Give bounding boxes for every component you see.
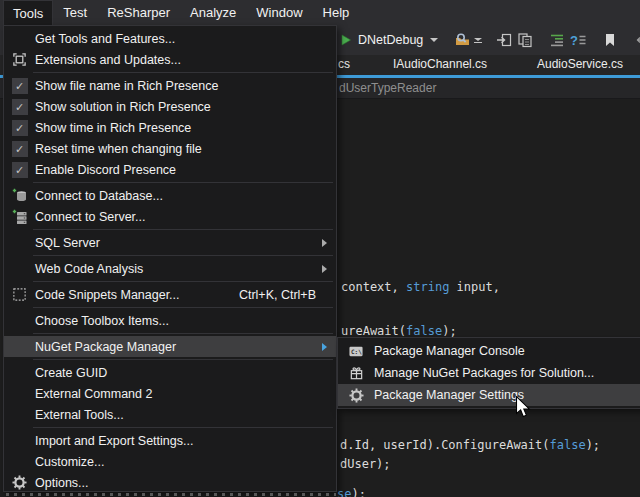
bookmark-button[interactable] <box>603 32 617 48</box>
submenu-arrow-icon <box>322 265 327 273</box>
snippets-icon <box>12 287 27 302</box>
checkmark-icon: ✓ <box>12 141 28 157</box>
svg-text:?: ? <box>570 33 578 48</box>
tab-partial[interactable]: cs <box>338 57 350 71</box>
menu-item-show-time[interactable]: ✓Show time in Rich Presence <box>4 117 336 138</box>
svg-text:C:\: C:\ <box>351 347 362 354</box>
menu-separator <box>33 307 333 308</box>
chevron-down-icon <box>474 38 482 41</box>
find-in-files-icon <box>454 32 471 48</box>
format-indent-icon <box>549 32 565 48</box>
code-line: ureAwait(false); <box>341 324 457 338</box>
checkmark-icon: ✓ <box>12 162 28 178</box>
menu-item-connect-to-server[interactable]: Connect to Server... <box>4 206 336 227</box>
menu-item-get-tools-and-features[interactable]: Get Tools and Features... <box>4 28 336 49</box>
menu-item-options[interactable]: Options... <box>4 472 336 493</box>
menu-separator <box>33 229 333 230</box>
menu-separator <box>33 359 333 360</box>
tools-dropdown-menu: Get Tools and Features... Extensions and… <box>3 25 337 492</box>
submenu-arrow-icon <box>322 343 327 351</box>
menu-separator <box>33 255 333 256</box>
run-config-label: DNetDebug <box>358 33 423 47</box>
menu-item-show-solution[interactable]: ✓Show solution in Rich Presence <box>4 96 336 117</box>
menu-item-customize[interactable]: Customize... <box>4 451 336 472</box>
menu-item-create-guid[interactable]: Create GUID <box>4 362 336 383</box>
menu-item-extensions-and-updates[interactable]: Extensions and Updates... <box>4 49 336 70</box>
menu-item-enable-discord-presence[interactable]: ✓Enable Discord Presence <box>4 159 336 180</box>
menu-window[interactable]: Window <box>246 0 312 25</box>
vs-ide-window: { "menubar": { "items": ["Tools", "Test"… <box>0 0 640 497</box>
submenu-item-manage-nuget-packages[interactable]: Manage NuGet Packages for Solution... <box>338 362 640 384</box>
menu-bar: Tools Test ReSharper Analyze Window Help <box>0 0 640 25</box>
start-debug-icon <box>339 33 353 47</box>
menu-separator <box>33 333 333 334</box>
comment-help-button[interactable]: ? <box>570 32 587 48</box>
menu-separator <box>33 281 333 282</box>
package-icon <box>349 366 364 381</box>
menu-item-external-command-2[interactable]: External Command 2 <box>4 383 336 404</box>
menu-item-code-snippets-manager[interactable]: Code Snippets Manager... Ctrl+K, Ctrl+B <box>4 284 336 305</box>
menu-separator <box>33 427 333 428</box>
copy-document-icon <box>517 32 533 48</box>
menu-analyze[interactable]: Analyze <box>180 0 246 25</box>
console-icon: C:\ <box>348 344 364 359</box>
breadcrumb-type-label: dUserTypeReader <box>339 81 436 95</box>
bookmark-clear-button[interactable] <box>636 32 640 48</box>
bookmark-icon <box>603 32 617 48</box>
code-line: d.Id, userId).ConfigureAwait(false); <box>340 438 600 452</box>
menu-separator <box>33 182 333 183</box>
bookmark-clear-icon <box>636 32 640 48</box>
format-indent-button[interactable] <box>549 32 565 48</box>
submenu-item-package-manager-settings[interactable]: Package Manager Settings <box>338 384 640 406</box>
chevron-down-icon[interactable] <box>430 38 438 42</box>
submenu-arrow-icon <box>322 239 327 247</box>
tab-audioservice[interactable]: AudioService.cs <box>537 57 623 71</box>
gear-icon <box>12 475 27 490</box>
tab-iaudiochannel[interactable]: IAudioChannel.cs <box>393 57 487 71</box>
menu-item-nuget-package-manager[interactable]: NuGet Package Manager <box>4 336 336 357</box>
menu-tools[interactable]: Tools <box>3 0 53 25</box>
find-dropdown[interactable] <box>474 38 482 43</box>
navigate-to-icon <box>496 32 512 48</box>
menu-item-import-export-settings[interactable]: Import and Export Settings... <box>4 430 336 451</box>
code-line: se); <box>337 487 366 497</box>
menu-resharper[interactable]: ReSharper <box>97 0 180 25</box>
checkmark-icon: ✓ <box>12 120 28 136</box>
code-line: context, string input, <box>341 280 500 294</box>
menu-test[interactable]: Test <box>53 0 97 25</box>
checkmark-icon: ✓ <box>12 99 28 115</box>
extensions-icon <box>12 52 27 67</box>
menu-item-reset-time[interactable]: ✓Reset time when changing file <box>4 138 336 159</box>
start-debug-button[interactable]: DNetDebug <box>339 33 438 47</box>
menu-help[interactable]: Help <box>313 0 360 25</box>
submenu-item-package-manager-console[interactable]: C:\ Package Manager Console <box>338 340 640 362</box>
database-add-icon <box>12 188 28 204</box>
menu-separator <box>33 72 333 73</box>
shortcut-label: Ctrl+K, Ctrl+B <box>239 288 316 302</box>
copy-document-button[interactable] <box>517 32 533 48</box>
menu-item-show-file-name[interactable]: ✓Show file name in Rich Presence <box>4 75 336 96</box>
menu-item-choose-toolbox-items[interactable]: Choose Toolbox Items... <box>4 310 336 331</box>
menu-item-external-tools[interactable]: External Tools... <box>4 404 336 425</box>
code-line: dUser); <box>340 457 391 471</box>
nuget-submenu: C:\ Package Manager Console Manage NuGet… <box>337 337 640 409</box>
menu-item-sql-server[interactable]: SQL Server <box>4 232 336 253</box>
comment-help-icon: ? <box>570 32 587 48</box>
menu-item-web-code-analysis[interactable]: Web Code Analysis <box>4 258 336 279</box>
gear-icon <box>349 388 364 403</box>
underline-mark <box>474 42 482 43</box>
checkmark-icon: ✓ <box>12 78 28 94</box>
server-add-icon <box>12 209 28 225</box>
navigate-to-button[interactable] <box>496 32 512 48</box>
menu-item-connect-to-database[interactable]: Connect to Database... <box>4 185 336 206</box>
clipped-code-row <box>6 493 336 496</box>
find-in-files-button[interactable] <box>454 32 482 48</box>
mouse-cursor <box>515 396 531 418</box>
